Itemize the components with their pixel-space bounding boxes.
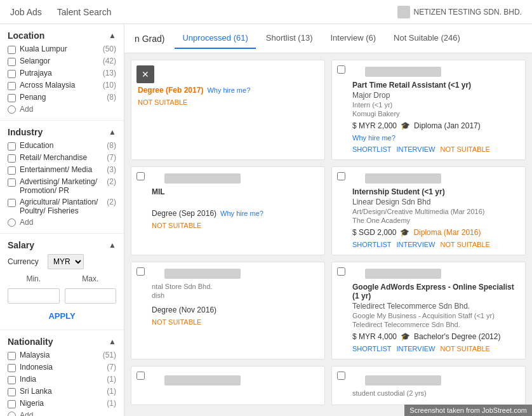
card-left-2-why-hire[interactable]: Why hire me? (220, 210, 263, 217)
filter-putrajaya[interactable]: Putrajaya (13) (8, 69, 116, 78)
card-left-2-edu-row: Degree (Sep 2016) Why hire me? (152, 209, 318, 218)
x-button[interactable]: ✕ (136, 65, 154, 83)
not-suitable-btn-left3[interactable]: NOT SUITABLE (152, 318, 201, 326)
interview-btn-right2[interactable]: INTERVIEW (397, 241, 436, 248)
checkbox-indonesia[interactable] (8, 364, 16, 372)
checkbox-selangor[interactable] (8, 58, 16, 66)
checkbox-sri-lanka[interactable] (8, 388, 16, 396)
salary-apply-button[interactable]: APPLY (8, 309, 116, 323)
card-right-2-checkbox[interactable] (337, 172, 345, 180)
currency-select[interactable]: MYR SGD USD (48, 254, 84, 269)
not-suitable-btn-right3[interactable]: NOT SUITABLE (440, 345, 489, 352)
filter-across-malaysia[interactable]: Across Malaysia (10) (8, 81, 116, 90)
tab-not-suitable[interactable]: Not Suitable (246) (386, 28, 468, 49)
location-add[interactable]: Add (8, 105, 116, 114)
count-advertising: (2) (107, 177, 116, 186)
card-right-1-company: Major Drop (352, 91, 519, 100)
card-right-1-why-hire[interactable]: Why hire me? (352, 134, 396, 142)
card-right-4-checkbox[interactable] (337, 372, 345, 380)
checkbox-putrajaya[interactable] (8, 70, 16, 78)
shortlist-btn-right2[interactable]: SHORTLIST (352, 241, 392, 248)
card-left-3-checkbox[interactable] (136, 267, 145, 276)
industry-add[interactable]: Add (8, 218, 116, 227)
content-area: n Grad) Unprocessed (61) Shortlist (13) … (124, 24, 532, 416)
nationality-header[interactable]: Nationality ▲ (8, 337, 116, 347)
filter-agricultural[interactable]: Agricultural/ Plantation/ Poultry/ Fishe… (8, 198, 116, 215)
card-left-4-checkbox[interactable] (136, 372, 145, 380)
checkbox-penang[interactable] (8, 94, 16, 102)
nationality-add[interactable]: Add (8, 411, 116, 416)
card-left-1-why-hire[interactable]: Why hire me? (207, 86, 250, 94)
nationality-section: Nationality ▲ Malaysia (51) Indonesia (7… (0, 330, 124, 416)
filter-indonesia[interactable]: Indonesia (7) (8, 363, 116, 372)
filter-penang[interactable]: Penang (8) (8, 93, 116, 102)
radio-industry-add[interactable] (8, 218, 16, 227)
tab-shortlist[interactable]: Shortlist (13) (258, 28, 321, 49)
interview-btn-right3[interactable]: INTERVIEW (397, 345, 436, 352)
checkbox-advertising[interactable] (8, 178, 16, 187)
checkbox-india[interactable] (8, 376, 16, 384)
not-suitable-btn-left2[interactable]: NOT SUITABLE (152, 222, 201, 229)
salary-max-col (65, 288, 117, 304)
header: Job Ads Talent Search NETIZEN TESTING SD… (0, 0, 532, 24)
filter-sri-lanka[interactable]: Sri Lanka (1) (8, 387, 116, 396)
filter-malaysia[interactable]: Malaysia (51) (8, 351, 116, 360)
card-left-2-checkbox[interactable] (136, 172, 145, 180)
not-suitable-btn-left1[interactable]: NOT SUITABLE (138, 98, 187, 106)
industry-title: Industry (8, 127, 43, 137)
label-entertainment: Entertainment/ Media (20, 165, 103, 174)
tab-not-suitable-label: Not Suitable (246) (394, 33, 460, 43)
salary-min-input[interactable] (8, 288, 60, 304)
checkbox-kuala-lumpur[interactable] (8, 46, 16, 54)
location-arrow: ▲ (109, 31, 116, 40)
card-right-1-actions: SHORTLIST INTERVIEW NOT SUITABLE (352, 145, 519, 153)
checkbox-malaysia[interactable] (8, 352, 16, 360)
checkbox-across-malaysia[interactable] (8, 82, 16, 90)
card-right-2-sub2: The One Academy (352, 217, 519, 224)
card-right-3: Google AdWords Express - Online Speciali… (331, 262, 526, 359)
not-suitable-btn-right1[interactable]: NOT SUITABLE (440, 145, 489, 153)
shortlist-btn-right1[interactable]: SHORTLIST (352, 145, 392, 153)
filter-education[interactable]: Education (8) (8, 141, 116, 151)
salary-max-input[interactable] (65, 288, 117, 304)
checkbox-entertainment[interactable] (8, 166, 16, 175)
card-right-4: student custodial (2 yrs) (331, 366, 526, 405)
card-right-1-body: Part Time Retail Assistant (<1 yr) Major… (352, 67, 519, 153)
card-right-2-title: Internship Student (<1 yr) (352, 187, 519, 196)
radio-nationality-add[interactable] (8, 412, 16, 417)
filter-kuala-lumpur[interactable]: Kuala Lumpur (50) (8, 44, 116, 54)
filter-entertainment[interactable]: Entertainment/ Media (3) (8, 165, 116, 175)
nav-job-ads[interactable]: Job Ads (10, 2, 42, 22)
checkbox-education[interactable] (8, 142, 16, 151)
interview-btn-right1[interactable]: INTERVIEW (397, 145, 436, 153)
tab-interview[interactable]: Interview (6) (323, 28, 384, 49)
card-right-4-sub1: student custodial (2 yrs) (352, 389, 519, 397)
count-entertainment: (3) (107, 165, 116, 174)
industry-section: Industry ▲ Education (8) Retail/ Merchan… (0, 121, 124, 234)
card-right-1-checkbox[interactable] (337, 65, 345, 74)
count-india: (1) (107, 375, 116, 384)
card-right-3-checkbox[interactable] (337, 267, 345, 276)
industry-header[interactable]: Industry ▲ (8, 127, 116, 137)
screenshot-footer: Screenshot taken from JobStreet.com (404, 405, 532, 416)
checkbox-retail[interactable] (8, 154, 16, 163)
filter-nigeria[interactable]: Nigeria (1) (8, 399, 116, 408)
tab-unprocessed[interactable]: Unprocessed (61) (175, 28, 255, 49)
card-right-2-edu: Diploma (Mar 2016) (413, 228, 481, 237)
location-header[interactable]: Location ▲ (8, 30, 116, 41)
card-left-4 (131, 366, 325, 405)
not-suitable-btn-right2[interactable]: NOT SUITABLE (440, 241, 489, 248)
shortlist-btn-right3[interactable]: SHORTLIST (352, 345, 392, 352)
checkbox-agricultural[interactable] (8, 199, 16, 207)
radio-location-add[interactable] (8, 105, 16, 114)
filter-advertising[interactable]: Advertising/ Marketing/ Promotion/ PR (2… (8, 177, 116, 195)
card-left-1-actions: NOT SUITABLE (138, 98, 318, 106)
checkbox-nigeria[interactable] (8, 400, 16, 408)
salary-header[interactable]: Salary ▲ (8, 240, 116, 250)
filter-retail[interactable]: Retail/ Merchandise (7) (8, 153, 116, 163)
tab-unprocessed-label: Unprocessed (61) (182, 33, 248, 43)
max-label: Max. (65, 274, 117, 283)
filter-selangor[interactable]: Selangor (42) (8, 57, 116, 66)
nav-talent-search[interactable]: Talent Search (57, 2, 112, 22)
filter-india[interactable]: India (1) (8, 375, 116, 384)
